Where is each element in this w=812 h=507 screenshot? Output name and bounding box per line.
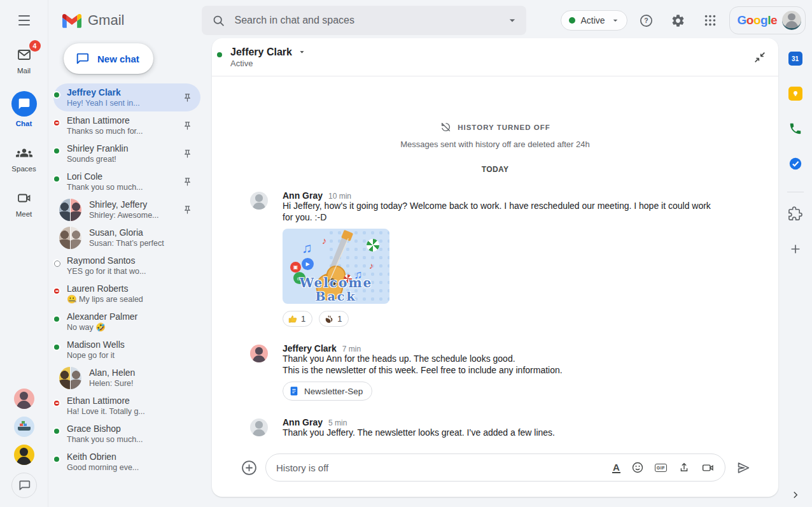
calendar-app-button[interactable]: 31 [788,52,802,66]
conversation-item[interactable]: Raymond SantosYES go for it that wo... [53,252,200,280]
conversation-item[interactable]: Shirley FranklinSounds great! [53,139,200,168]
clap-emoji-icon [325,315,333,324]
nav-chat-label: Chat [16,120,32,127]
tasks-app-button[interactable] [788,157,802,171]
nav-meet[interactable]: Meet [11,189,37,218]
collapse-chat-button[interactable] [753,50,767,64]
gif-button[interactable]: GIF [655,464,667,472]
nav-spaces[interactable]: Spaces [11,144,37,173]
thumbs-up-emoji-icon [288,315,297,324]
group-avatar [59,199,81,221]
main-menu-button[interactable] [11,11,37,29]
pin-icon[interactable] [183,177,192,187]
conversation-item[interactable]: Shirley, JefferyShirley: Awesome... [53,196,200,224]
search-options-chevron-icon[interactable] [506,14,519,27]
attachment-chip[interactable]: Newsletter-Sep [283,382,372,401]
message-input[interactable] [276,462,605,473]
group-avatar [59,227,81,249]
spaces-icon [16,145,32,161]
conversation-item[interactable]: Keith ObrienGood morning eve... [53,448,200,476]
pin-icon[interactable] [183,149,192,159]
upload-button[interactable] [678,461,690,474]
attachment-label: Newsletter-Sep [304,387,363,396]
video-meeting-button[interactable] [701,461,715,475]
side-panel-rail: 31 [778,41,812,507]
gmail-logo[interactable]: Gmail [62,12,124,29]
pin-icon[interactable] [183,121,192,131]
plus-icon [788,242,802,256]
message: Ann Gray 5 min Thank you Jeffery. The ne… [250,417,753,439]
send-button[interactable] [736,460,752,476]
nav-chat[interactable]: Chat [11,91,37,127]
open-chat-bubble-button[interactable] [11,473,37,498]
nav-mail[interactable]: 4 Mail [11,46,37,75]
reaction-clap[interactable]: 1 [319,311,349,327]
pin-icon[interactable] [183,93,192,103]
presence-active-dot [53,147,60,155]
reaction-thumbs-up[interactable]: 1 [283,311,312,327]
recent-space-avatar[interactable] [14,417,34,437]
get-add-ons-button[interactable] [788,206,802,221]
conversation-item[interactable]: Ethan LattimoreThanks so much for... [53,111,200,139]
message-input-shell[interactable]: A GIF [265,453,725,482]
recent-contact-avatar[interactable] [14,389,34,409]
message-time: 10 min [328,192,351,201]
recent-contact-avatar[interactable] [14,445,34,465]
emoji-button[interactable] [631,461,644,474]
availability-status-button[interactable]: Active [561,10,627,31]
overlay-play-icon: ▶ [302,258,314,270]
voice-call-button[interactable] [788,122,802,136]
left-nav-rail: 4 Mail Chat Spaces Meet [0,0,48,507]
keep-app-button[interactable] [788,87,802,101]
collapse-icon [753,50,767,64]
message-text: Thank you Ann for the heads up. The sche… [283,353,563,365]
text-format-button[interactable]: A [612,462,620,473]
presence-dnd-dot [53,399,60,407]
conversation-item[interactable]: Alexander PalmerNo way 🤣 [53,308,200,336]
add-panel-app-button[interactable] [788,242,802,256]
search-icon [212,14,225,27]
nav-meet-label: Meet [16,210,32,218]
pin-icon[interactable] [183,205,192,215]
conversation-item[interactable]: Lauren Roberts🤐 My lips are sealed [53,280,200,308]
date-divider: TODAY [212,165,778,174]
google-apps-button[interactable] [697,8,723,33]
new-chat-button[interactable]: New chat [64,43,153,74]
conversation-item[interactable]: Lori ColeThank you so much... [53,168,200,196]
add-attachment-button[interactable] [241,460,257,476]
conversation-item[interactable]: Madison WellsNope go for it [53,336,200,364]
conversation-sidebar: New chat Jeffrey ClarkHey! Yeah I sent i… [48,41,212,507]
account-avatar [782,11,801,30]
top-bar: Gmail Active ? Google [48,0,812,41]
google-logo: Google [738,13,777,27]
conversation-item[interactable]: Alan, HelenHelen: Sure! [53,364,200,392]
new-chat-label: New chat [97,54,139,64]
conversation-item[interactable]: Jeffrey ClarkHey! Yeah I sent in... [53,83,200,111]
chat-icon [18,97,31,110]
presence-dnd-dot [53,119,60,127]
search-input[interactable] [234,15,506,26]
history-notice-subtitle: Messages sent with history off are delet… [212,139,778,149]
chat-title-menu[interactable]: Jeffery Clark [230,46,307,58]
new-chat-icon [75,52,89,66]
presence-active-dot [53,343,60,351]
presence-active-dot [53,175,60,183]
welcome-back-gif[interactable]: ♫ ♪ ♫ ♪ ▣ ▶ ▭ Welcome Back [283,229,389,304]
group-avatar [59,367,81,389]
expand-side-panel-button[interactable] [790,489,801,501]
music-note-decoration: ♫ [302,240,312,257]
svg-text:?: ? [644,17,648,24]
search-bar[interactable] [202,6,526,35]
settings-button[interactable] [666,8,691,33]
extension-icon [788,206,802,221]
conversation-item[interactable]: Susan, GloriaSusan: That’s perfect [53,224,200,252]
status-chevron-icon [610,15,620,25]
conversation-item[interactable]: Ethan LattimoreHa! Love it. Totally g... [53,392,200,420]
help-button[interactable]: ? [634,8,659,33]
nav-spaces-label: Spaces [11,165,36,173]
google-account-button[interactable]: Google [729,6,806,34]
rail-divider [787,192,804,192]
reactions-row: 1 1 [283,311,711,327]
conversation-item[interactable]: Grace BishopThank you so much... [53,420,200,448]
candy-decoration [367,239,379,252]
